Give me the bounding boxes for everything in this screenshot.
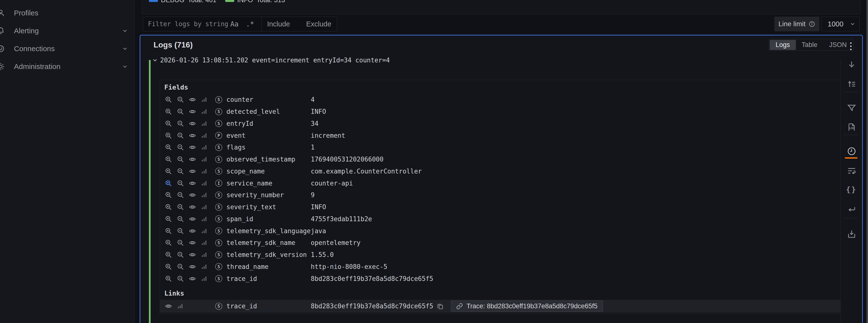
filter-for-value-icon[interactable] [165,275,172,283]
field-stats-icon[interactable] [201,120,208,127]
filter-out-value-icon[interactable] [177,215,184,223]
toggle-visibility-eye-icon[interactable] [189,156,196,163]
field-stats-icon[interactable] [201,203,208,211]
include-button[interactable]: Include [267,20,290,28]
field-stats-icon[interactable] [201,227,208,235]
filter-for-value-icon[interactable] [165,144,172,151]
download-logs-icon[interactable] [847,229,856,239]
sidebar-item-connections[interactable]: Connections [0,40,134,58]
filter-for-value-icon[interactable] [165,156,172,163]
field-stats-icon[interactable] [201,251,208,258]
filter-for-value-icon[interactable] [165,192,172,199]
field-stats-icon[interactable] [201,156,208,163]
filter-out-value-icon[interactable] [177,251,184,258]
filter-out-value-icon[interactable] [177,263,184,270]
toggle-visibility-eye-icon[interactable] [189,132,196,139]
sidebar-item-administration[interactable]: Administration [0,58,134,76]
collapse-chevron-icon[interactable] [152,57,158,63]
filter-out-value-icon[interactable] [177,132,184,139]
field-stats-icon[interactable] [201,180,208,187]
field-stats-icon[interactable] [201,215,208,223]
filter-for-value-icon[interactable] [165,239,172,246]
filter-out-value-icon[interactable] [177,96,184,103]
tab-logs[interactable]: Logs [770,40,796,50]
toggle-visibility-eye-icon[interactable] [189,180,196,187]
filter-logs-input[interactable] [143,20,230,28]
info-circle-icon[interactable] [809,21,815,27]
scroll-to-bottom-icon[interactable] [847,60,856,69]
filter-for-value-icon[interactable] [165,263,172,270]
regex-button[interactable]: .* [246,20,254,28]
filter-for-value-icon[interactable] [165,180,172,187]
trace-link-button[interactable]: Trace: 8bd283c0eff19b37e8a5d8c79dce65f5 [451,300,603,312]
sidebar-item-label: Profiles [14,9,38,17]
filter-out-value-icon[interactable] [177,108,184,115]
toggle-visibility-eye-icon[interactable] [189,96,196,103]
toggle-visibility-eye-icon[interactable] [189,108,196,115]
filter-for-value-icon[interactable] [165,168,172,175]
field-stats-icon[interactable] [201,96,208,103]
legend-item-debug[interactable]: DEBUGTotal: 401 [149,0,216,4]
filter-for-value-icon[interactable] [165,215,172,223]
tab-table[interactable]: Table [796,40,824,50]
field-stats-icon[interactable] [201,108,208,115]
toggle-visibility-eye-icon[interactable] [189,144,196,151]
toggle-visibility-eye-icon[interactable] [189,275,196,283]
filter-out-value-icon[interactable] [177,180,184,187]
toggle-visibility-eye-icon[interactable] [189,227,196,235]
legend-item-info[interactable]: INFOTotal: 313 [225,0,285,4]
filter-levels-icon[interactable] [847,103,856,113]
copy-value-icon[interactable] [437,303,443,310]
filter-for-value-icon[interactable] [165,96,172,103]
show-newlines-icon[interactable] [847,205,856,214]
field-value: 8bd283c0eff19b37e8a5d8c79dce65f5 [311,275,433,283]
filter-for-value-icon[interactable] [165,227,172,235]
field-stats-icon[interactable] [201,275,208,283]
field-stats-icon[interactable] [201,168,208,175]
match-case-button[interactable]: Aa [230,20,239,28]
field-stats-icon[interactable] [201,239,208,246]
toggle-visibility-eye-icon[interactable] [189,263,196,270]
filter-out-value-icon[interactable] [177,275,184,283]
show-timestamps-icon[interactable] [847,147,856,156]
filter-out-value-icon[interactable] [177,203,184,211]
log-file-icon[interactable]: LOG [847,123,856,132]
toggle-visibility-eye-icon[interactable] [189,203,196,211]
filter-for-value-icon[interactable] [165,132,172,139]
line-limit-select[interactable]: 1000 [822,17,860,31]
field-stats-icon[interactable] [201,132,208,139]
filter-out-value-icon[interactable] [177,239,184,246]
filter-for-value-icon[interactable] [165,120,172,127]
filter-out-value-icon[interactable] [177,120,184,127]
panel-menu-kebab-icon[interactable] [846,41,855,51]
filter-for-value-icon[interactable] [165,108,172,115]
link-chain-icon [456,303,463,310]
log-row[interactable]: 2026-01-26 13:08:51.202 event=increment … [152,57,390,64]
toggle-visibility-eye-icon[interactable] [189,168,196,175]
sidebar-item-profiles[interactable]: Profiles [0,4,134,22]
filter-out-value-icon[interactable] [177,227,184,235]
filter-out-value-icon[interactable] [177,192,184,199]
field-stats-icon[interactable] [201,263,208,270]
toggle-visibility-eye-icon[interactable] [165,302,172,310]
toggle-visibility-eye-icon[interactable] [189,251,196,258]
page-scrollbar[interactable] [867,0,868,323]
toggle-visibility-eye-icon[interactable] [189,239,196,246]
filter-for-value-icon[interactable] [165,251,172,258]
filter-for-value-icon[interactable] [165,203,172,211]
filter-out-value-icon[interactable] [177,144,184,151]
wrap-lines-icon[interactable] [847,166,856,175]
sidebar-item-alerting[interactable]: Alerting [0,22,134,40]
toggle-visibility-eye-icon[interactable] [189,120,196,127]
filter-out-value-icon[interactable] [177,168,184,175]
prettify-json-icon[interactable]: {} [846,185,857,194]
toggle-visibility-eye-icon[interactable] [189,192,196,199]
oldest-first-sort-icon[interactable] [847,80,856,89]
exclude-button[interactable]: Exclude [306,20,331,28]
field-stats-icon[interactable] [201,192,208,199]
field-stats-icon[interactable] [201,144,208,151]
filter-out-value-icon[interactable] [177,156,184,163]
field-stats-icon[interactable] [177,302,184,310]
toggle-visibility-eye-icon[interactable] [189,215,196,223]
log-line-text: 2026-01-26 13:08:51.202 event=increment … [160,57,390,64]
